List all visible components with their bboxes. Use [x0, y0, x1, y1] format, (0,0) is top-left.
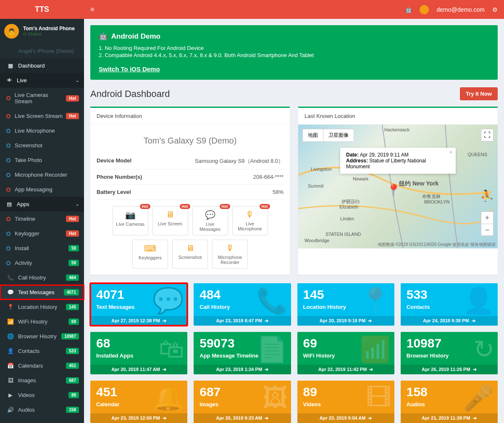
sidebar-item[interactable]: App Messaging [0, 182, 84, 197]
pegman-icon[interactable]: ⛹ [480, 189, 494, 202]
page-title: Android Dashboard [90, 89, 170, 99]
device-title: Tom's Galaxy S9 (Demo) [97, 131, 284, 153]
nav-label: WiFi Hisotry [18, 319, 47, 325]
stat-card[interactable]: 📄59073App Message TimelineApr 23, 2019 1… [194, 332, 291, 374]
stat-footer: Apr 23, 2019 1:24 PM ➔ [194, 365, 291, 374]
value: Apr 29, 2019 9:11 AM [360, 152, 409, 158]
shortcut-button[interactable]: 🖥Screenshot [172, 240, 208, 269]
close-icon[interactable]: × [449, 149, 452, 155]
shortcut-button[interactable]: Hot🎙Live Microphone [232, 206, 268, 235]
sidebar-section-live[interactable]: 👁 Live ⌄ [0, 73, 84, 88]
hot-badge: Hot [140, 204, 150, 209]
map-label: 伊丽莎白 [341, 198, 360, 205]
hot-badge: Hot [260, 204, 270, 209]
nav-label: Keylogger [15, 230, 39, 237]
badge: 69 [68, 319, 79, 325]
sidebar-item[interactable]: Live Screen StreamHot [0, 109, 84, 123]
zoom-in-button[interactable]: + [481, 212, 493, 224]
status-dot-icon [6, 261, 10, 265]
value: 208-664-**** [253, 174, 284, 180]
app-logo: TTS [0, 0, 84, 19]
status-dot-icon [6, 129, 10, 133]
sidebar-item[interactable]: TimelineHot [0, 212, 84, 226]
android-icon: 🤖 [99, 32, 108, 40]
nav-label: Audios [18, 407, 35, 413]
badge: Hot [66, 230, 79, 237]
badge: Hot [66, 216, 79, 222]
sidebar-item[interactable]: Live Microphone [0, 123, 84, 138]
shortcut-button[interactable]: 🎙Microphone Recorder [212, 240, 248, 269]
sidebar-item[interactable]: Install59 [0, 241, 84, 256]
shortcut-button[interactable]: Hot📷Live Cameras [113, 206, 148, 235]
fullscreen-icon[interactable]: ⛶ [481, 129, 494, 141]
android-icon[interactable]: 🤖 [405, 6, 412, 13]
avatar[interactable] [420, 5, 429, 14]
nav-icon: 🖼 [6, 377, 15, 384]
sidebar-item-dashboard[interactable]: ▦ Dashboard [0, 58, 84, 73]
stat-card[interactable]: 📞484Call HistoryApr 23, 2019 8:47 PM ➔ [194, 283, 291, 326]
status-dot-icon [6, 246, 10, 251]
zoom-out-button[interactable]: − [481, 224, 493, 235]
settings-icon[interactable]: ⚙ [492, 6, 498, 13]
sidebar-item[interactable]: 🔊Audios158 [0, 402, 84, 417]
shortcut-button[interactable]: Hot🖥Live Screen [152, 206, 188, 235]
sidebar-item[interactable]: KeyloggerHot [0, 226, 84, 241]
map-satellite-button[interactable]: 卫星图像 [323, 129, 354, 142]
demo-banner: 🤖 Android Demo 1. No Rooting Required Fo… [90, 25, 498, 80]
sidebar-item[interactable]: Activity59 [0, 256, 84, 270]
sidebar-demo-switch[interactable]: Angel's iPhone (Demo) [0, 44, 84, 58]
nav-label: Dashboard [18, 63, 45, 69]
nav-label: Live Cameras Stream [15, 92, 66, 104]
menu-toggle-icon[interactable]: ≡ [90, 6, 94, 13]
stat-card[interactable]: 🎞89VideosApr 23, 2019 9:04 AM ➔ [297, 381, 394, 423]
nav-label: Live [17, 77, 27, 84]
sidebar-item[interactable]: Microphone Recorder [0, 167, 84, 182]
main-content: 🤖 Android Demo 1. No Rooting Required Fo… [84, 19, 504, 423]
user-panel: 👨 Tom's Android Phone Online [0, 19, 84, 44]
sidebar-item[interactable]: 📅Calendars451 [0, 358, 84, 373]
stat-card[interactable]: 🔔451CalendarApr 23, 2019 12:00 PM ➔ [90, 381, 187, 423]
stat-card[interactable]: 💬4071Text MessagesApr 27, 2019 12:38 PM … [90, 283, 187, 326]
sidebar-item[interactable]: 💬Text Messages4071 [0, 285, 84, 300]
stat-card[interactable]: 🛍68Installed AppsApr 20, 2019 11:47 AM ➔ [90, 332, 187, 374]
map-label: BROOKLYN [424, 199, 449, 204]
sidebar-item[interactable]: Screenshot [0, 138, 84, 153]
map-label: Woodbridge [304, 238, 329, 243]
stat-card[interactable]: ↻10987Browser HistoryApr 26, 2019 11:26 … [401, 332, 498, 374]
shortcut-label: Live Messages [200, 222, 220, 232]
stat-card[interactable]: 📍145Location HistoryApr 20, 2019 9:19 PM… [297, 283, 394, 326]
nav-label: Activity [15, 260, 32, 266]
stat-card[interactable]: 📶69WiFi HistoryApr 22, 2019 11:42 PM ➔ [297, 332, 394, 374]
stat-card[interactable]: 👤533ContactsApr 24, 2019 9:39 PM ➔ [401, 283, 498, 326]
shortcut-icon: 🖥 [175, 243, 205, 253]
sidebar-item[interactable]: Live Cameras StreamHot [0, 88, 84, 109]
map-label: Elizabeth [339, 204, 358, 209]
map-label: QUEENS [468, 152, 487, 157]
sidebar-item[interactable]: 🖼Images687 [0, 373, 84, 388]
banner-line: 1. No Rooting Required For Android Devic… [99, 45, 489, 51]
hot-badge: Hot [180, 204, 190, 209]
value: 58% [273, 189, 284, 195]
stat-card[interactable]: 🖼687ImagesApr 20, 2019 9:23 AM ➔ [194, 381, 291, 423]
sidebar-item[interactable]: 📍Location History145 [0, 300, 84, 314]
stat-card[interactable]: 🎤158AudiosApr 21, 2019 11:38 PM ➔ [401, 381, 498, 423]
sidebar-item[interactable]: 👤Contacts533 [0, 344, 84, 358]
device-name: Tom's Android Phone [23, 26, 75, 31]
sidebar-section-apps[interactable]: ▤ Apps ⌄ [0, 197, 84, 212]
sidebar-item[interactable]: 📶WiFi Hisotry69 [0, 314, 84, 329]
sidebar-item[interactable]: 🌐Browser Hisotry10987 [0, 329, 84, 344]
try-button[interactable]: Try It Now [460, 87, 498, 100]
stat-footer: Apr 23, 2019 8:47 PM ➔ [194, 316, 291, 326]
sidebar-item[interactable]: 📞Call Hisotry484 [0, 270, 84, 285]
sidebar-item[interactable]: ▶Videos89 [0, 388, 84, 402]
shortcut-label: Live Screen [158, 221, 182, 226]
shortcut-button[interactable]: ⌨Keyloggers [132, 240, 168, 269]
nav-label: Contacts [18, 348, 39, 354]
map-type-button[interactable]: 地图 [302, 129, 323, 142]
sidebar-item[interactable]: Take Photo [0, 153, 84, 167]
map[interactable]: Hackensack Newark 纽约 New York Livingston… [298, 125, 498, 248]
switch-demo-link[interactable]: Switch To iOS Demo [99, 65, 160, 73]
shortcut-button[interactable]: Hot💬Live Messages [192, 206, 228, 235]
banner-line: 2. Compatible Android 4.4.x, 5.x, 6.x, 7… [99, 52, 489, 58]
user-email[interactable]: demo@demo.com [436, 6, 485, 13]
